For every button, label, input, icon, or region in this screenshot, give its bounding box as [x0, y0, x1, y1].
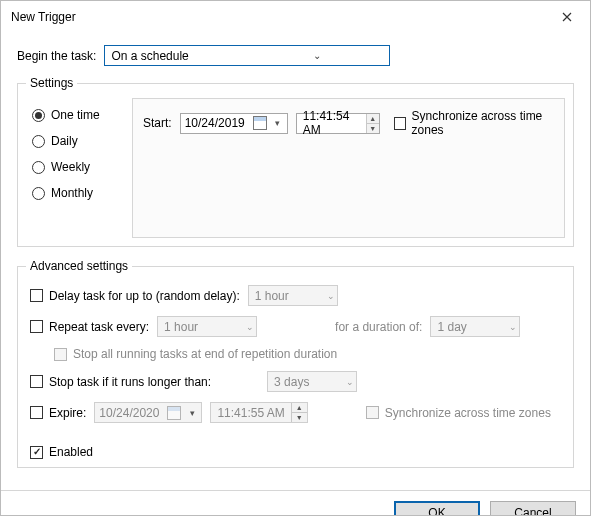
schedule-detail-panel: Start: 10/24/2019 ▾ 11:41:54 AM ▲ ▼: [132, 98, 565, 238]
radio-daily[interactable]: Daily: [32, 134, 120, 148]
spinner-up-icon[interactable]: ▲: [367, 114, 380, 124]
expire-time-value: 11:41:55 AM: [211, 403, 290, 422]
duration-value: 1 day: [437, 320, 466, 334]
repeat-value: 1 hour: [164, 320, 198, 334]
radio-monthly[interactable]: Monthly: [32, 186, 120, 200]
advanced-settings-group: Advanced settings Delay task for up to (…: [17, 259, 574, 468]
begin-task-value: On a schedule: [111, 49, 248, 63]
schedule-radios: One time Daily Weekly Monthly: [26, 98, 122, 238]
enabled-label: Enabled: [49, 445, 93, 459]
stop-all-tasks-checkbox: Stop all running tasks at end of repetit…: [54, 347, 337, 361]
enabled-checkbox[interactable]: Enabled: [30, 445, 93, 459]
cancel-button[interactable]: Cancel: [490, 501, 576, 516]
close-icon: [562, 12, 572, 22]
calendar-icon: [167, 406, 181, 420]
checkbox-icon: [394, 117, 405, 130]
sync-label: Synchronize across time zones: [412, 109, 554, 137]
stop-if-label: Stop task if it runs longer than:: [49, 375, 211, 389]
chevron-down-icon: ⌄: [346, 377, 354, 387]
title-bar: New Trigger: [1, 1, 590, 33]
radio-label: Weekly: [51, 160, 90, 174]
expire-checkbox[interactable]: Expire:: [30, 406, 86, 420]
repeat-duration-dropdown: 1 day ⌄: [430, 316, 520, 337]
start-time-picker[interactable]: 11:41:54 AM ▲ ▼: [296, 113, 380, 134]
start-date-value: 10/24/2019: [185, 116, 249, 130]
radio-icon: [32, 161, 45, 174]
chevron-down-icon: ⌄: [327, 291, 335, 301]
dialog-footer: OK Cancel: [1, 490, 590, 516]
start-date-picker[interactable]: 10/24/2019 ▾: [180, 113, 288, 134]
spinner-down-icon: ▼: [292, 413, 307, 422]
chevron-down-icon: ▾: [185, 408, 199, 418]
duration-label: for a duration of:: [335, 320, 422, 334]
repeat-interval-dropdown: 1 hour ⌄: [157, 316, 257, 337]
repeat-label: Repeat task every:: [49, 320, 149, 334]
checkbox-icon: [366, 406, 379, 419]
advanced-legend: Advanced settings: [26, 259, 132, 273]
radio-weekly[interactable]: Weekly: [32, 160, 120, 174]
stop-if-value: 3 days: [274, 375, 309, 389]
radio-icon: [32, 187, 45, 200]
expire-date-picker: 10/24/2020 ▾: [94, 402, 202, 423]
settings-group: Settings One time Daily Weekly Monthly: [17, 76, 574, 247]
chevron-down-icon: ▾: [271, 118, 285, 128]
checkbox-icon: [30, 289, 43, 302]
sync-timezones-checkbox[interactable]: Synchronize across time zones: [394, 109, 554, 137]
stop-if-longer-checkbox[interactable]: Stop task if it runs longer than:: [30, 375, 211, 389]
radio-one-time[interactable]: One time: [32, 108, 120, 122]
checkbox-icon: [30, 406, 43, 419]
delay-value: 1 hour: [255, 289, 289, 303]
ok-label: OK: [428, 506, 445, 517]
begin-task-dropdown[interactable]: On a schedule ⌄: [104, 45, 390, 66]
chevron-down-icon: ⌄: [248, 50, 385, 61]
start-time-value: 11:41:54 AM: [297, 114, 366, 133]
radio-icon: [32, 109, 45, 122]
expire-sync-checkbox: Synchronize across time zones: [366, 406, 551, 420]
checkbox-icon: [54, 348, 67, 361]
spinner-down-icon[interactable]: ▼: [367, 124, 380, 133]
checkbox-icon: [30, 446, 43, 459]
radio-label: Daily: [51, 134, 78, 148]
delay-label: Delay task for up to (random delay):: [49, 289, 240, 303]
repeat-task-checkbox[interactable]: Repeat task every:: [30, 320, 149, 334]
delay-task-checkbox[interactable]: Delay task for up to (random delay):: [30, 289, 240, 303]
expire-date-value: 10/24/2020: [99, 406, 163, 420]
chevron-down-icon: ⌄: [246, 322, 254, 332]
settings-legend: Settings: [26, 76, 77, 90]
stop-if-duration-dropdown: 3 days ⌄: [267, 371, 357, 392]
expire-time-picker: 11:41:55 AM ▲ ▼: [210, 402, 307, 423]
window-title: New Trigger: [11, 10, 544, 24]
spinner-up-icon: ▲: [292, 403, 307, 413]
chevron-down-icon: ⌄: [509, 322, 517, 332]
start-label: Start:: [143, 116, 172, 130]
close-button[interactable]: [544, 1, 590, 33]
delay-duration-dropdown: 1 hour ⌄: [248, 285, 338, 306]
stop-all-label: Stop all running tasks at end of repetit…: [73, 347, 337, 361]
radio-label: Monthly: [51, 186, 93, 200]
checkbox-icon: [30, 375, 43, 388]
cancel-label: Cancel: [514, 506, 551, 517]
radio-icon: [32, 135, 45, 148]
calendar-icon: [253, 116, 267, 130]
ok-button[interactable]: OK: [394, 501, 480, 516]
radio-label: One time: [51, 108, 100, 122]
expire-sync-label: Synchronize across time zones: [385, 406, 551, 420]
begin-task-label: Begin the task:: [17, 49, 96, 63]
checkbox-icon: [30, 320, 43, 333]
expire-label: Expire:: [49, 406, 86, 420]
